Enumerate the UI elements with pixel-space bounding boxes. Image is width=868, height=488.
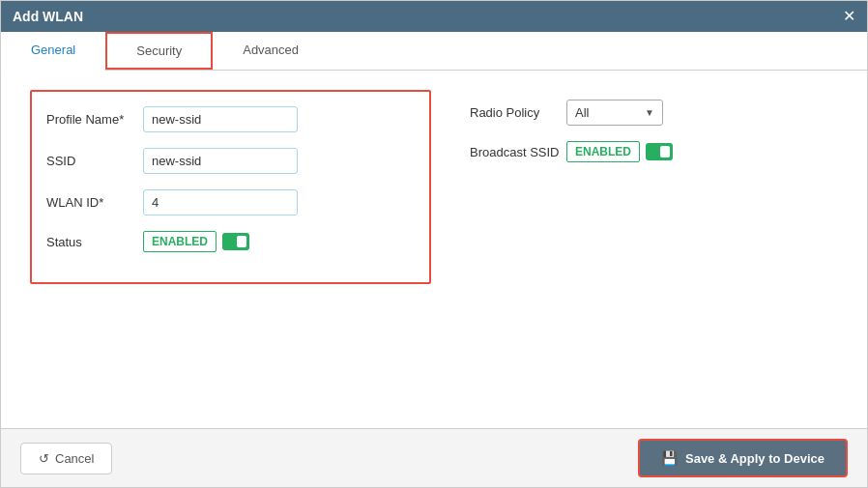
tab-general[interactable]: General: [1, 32, 105, 71]
right-panel: Radio Policy All ▼ Broadcast SSID ENABLE…: [470, 90, 838, 284]
save-icon: 💾: [661, 450, 678, 466]
add-wlan-dialog: Add WLAN ✕ General Security Advanced Pro…: [0, 0, 868, 488]
status-toggle[interactable]: ENABLED: [143, 231, 249, 252]
broadcast-ssid-badge: ENABLED: [566, 141, 640, 162]
tab-bar: General Security Advanced: [1, 32, 867, 71]
ssid-row: SSID: [46, 148, 415, 174]
tab-security[interactable]: Security: [105, 32, 213, 70]
dialog-header: Add WLAN ✕: [1, 1, 867, 32]
dialog-title: Add WLAN: [13, 9, 83, 24]
broadcast-ssid-toggle[interactable]: ENABLED: [566, 141, 673, 162]
wlan-id-row: WLAN ID*: [46, 189, 415, 215]
profile-name-label: Profile Name*: [46, 112, 143, 127]
radio-policy-select[interactable]: All ▼: [566, 100, 663, 126]
ssid-input[interactable]: [143, 148, 298, 174]
broadcast-ssid-row: Broadcast SSID ENABLED: [470, 141, 838, 162]
dialog-footer: ↺ Cancel 💾 Save & Apply to Device: [1, 428, 867, 487]
save-apply-button[interactable]: 💾 Save & Apply to Device: [638, 439, 848, 477]
close-button[interactable]: ✕: [843, 9, 855, 24]
wlan-id-input[interactable]: [143, 189, 298, 215]
dialog-body: Profile Name* SSID WLAN ID* Status: [1, 71, 867, 428]
radio-policy-row: Radio Policy All ▼: [470, 100, 838, 126]
radio-policy-value: All: [575, 105, 589, 120]
broadcast-toggle-knob: [660, 146, 670, 158]
status-toggle-switch[interactable]: [222, 233, 249, 250]
radio-policy-label: Radio Policy: [470, 105, 566, 120]
status-badge-text: ENABLED: [143, 231, 217, 252]
ssid-label: SSID: [46, 154, 143, 168]
wlan-id-label: WLAN ID*: [46, 195, 143, 210]
save-label: Save & Apply to Device: [685, 451, 825, 466]
form-section: Profile Name* SSID WLAN ID* Status: [30, 90, 838, 284]
status-label: Status: [46, 235, 143, 249]
toggle-knob: [237, 236, 246, 247]
chevron-down-icon: ▼: [645, 107, 654, 118]
left-panel: Profile Name* SSID WLAN ID* Status: [30, 90, 431, 284]
cancel-button[interactable]: ↺ Cancel: [20, 443, 112, 474]
profile-name-input[interactable]: [143, 106, 298, 132]
broadcast-ssid-switch[interactable]: [646, 143, 673, 160]
broadcast-ssid-label: Broadcast SSID: [470, 145, 566, 159]
cancel-label: Cancel: [55, 451, 94, 466]
status-row: Status ENABLED: [46, 231, 415, 252]
tab-advanced[interactable]: Advanced: [213, 32, 329, 70]
profile-name-row: Profile Name*: [46, 106, 415, 132]
cancel-icon: ↺: [39, 451, 49, 466]
